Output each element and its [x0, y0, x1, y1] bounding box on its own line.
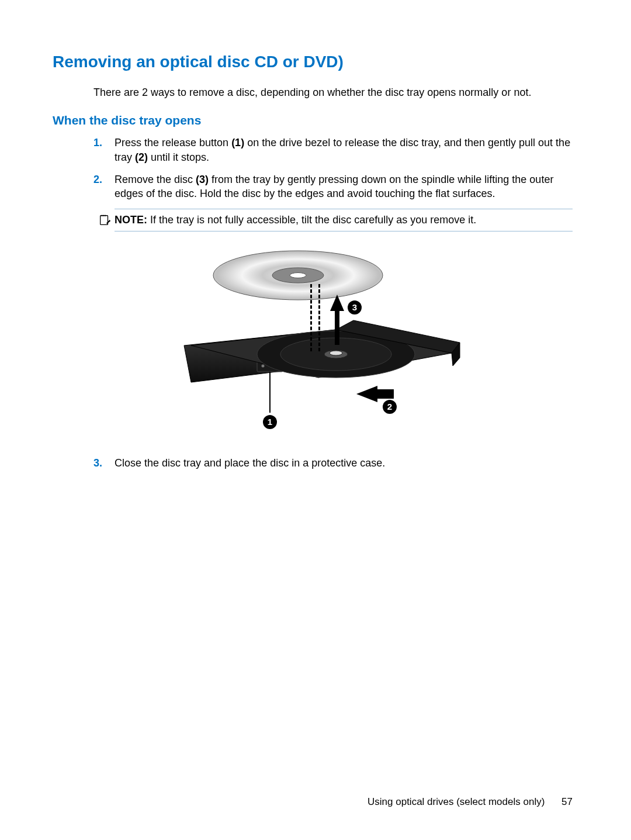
pointer-line: [269, 372, 271, 413]
step-text: Press the release button: [115, 137, 231, 148]
callout-ref: (3): [196, 174, 209, 185]
alignment-line: [318, 284, 320, 351]
page-title: Removing an optical disc CD or DVD): [53, 53, 573, 71]
alignment-line: [310, 284, 312, 351]
page-number: 57: [561, 796, 573, 807]
arrow-left-icon: [356, 386, 377, 402]
optical-drive-illustration: 3 2 1: [161, 243, 464, 436]
step-item: 2. Remove the disc (3) from the tray by …: [93, 172, 573, 201]
step-item: 3. Close the disc tray and place the dis…: [93, 456, 573, 470]
step-text: Remove the disc: [115, 174, 196, 185]
arrow-up-icon: [330, 295, 344, 311]
step-list: 3. Close the disc tray and place the dis…: [53, 456, 573, 470]
note-text: If the tray is not fully accessible, til…: [147, 214, 476, 226]
step-number: 1.: [93, 136, 102, 150]
drive-svg: [161, 243, 464, 436]
document-page: Removing an optical disc CD or DVD) Ther…: [0, 0, 631, 840]
step-list: 1. Press the release button (1) on the d…: [53, 136, 573, 201]
svg-point-9: [330, 351, 342, 355]
figure-callout: 1: [263, 415, 277, 429]
footer-section: Using optical drives (select models only…: [367, 796, 545, 807]
svg-point-3: [290, 272, 306, 278]
figure-callout: 3: [348, 300, 362, 314]
intro-text: There are 2 ways to remove a disc, depen…: [53, 85, 573, 99]
step-text: until it stops.: [148, 151, 209, 163]
callout-ref: (1): [231, 137, 244, 148]
figure: 3 2 1: [53, 243, 573, 438]
step-number: 3.: [93, 456, 102, 470]
figure-callout: 2: [383, 400, 397, 414]
note-label: NOTE:: [115, 214, 147, 226]
step-text: Close the disc tray and place the disc i…: [115, 457, 385, 469]
note-icon: [98, 214, 111, 227]
callout-ref: (2): [135, 151, 148, 163]
note-box: NOTE: If the tray is not fully accessibl…: [115, 209, 573, 231]
section-heading: When the disc tray opens: [53, 113, 573, 127]
svg-point-5: [262, 364, 265, 367]
page-footer: Using optical drives (select models only…: [367, 796, 573, 808]
step-item: 1. Press the release button (1) on the d…: [93, 136, 573, 164]
step-number: 2.: [93, 172, 102, 186]
